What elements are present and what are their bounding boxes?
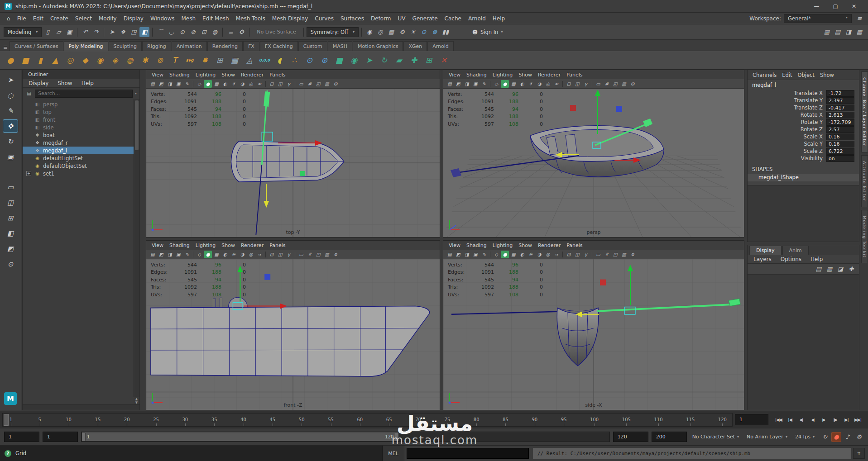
menu-item[interactable]: Select	[72, 14, 95, 23]
timeline-tick[interactable]: 35	[211, 417, 217, 422]
light-editor-icon[interactable]: ☀	[408, 27, 418, 37]
camera-attributes-icon[interactable]: ◨	[166, 80, 174, 88]
sign-in-button[interactable]: ☻ Sign In ▾	[472, 29, 503, 35]
default-material-icon[interactable]: ◐	[221, 251, 229, 258]
outliner-item-defaultlightset[interactable]: ◉ defaultLightSet	[23, 154, 139, 162]
separator[interactable]	[490, 252, 490, 257]
remesh-icon[interactable]: ▦	[228, 53, 241, 67]
snap-to-point-icon[interactable]: ⊙	[177, 27, 187, 37]
grease-pencil-icon[interactable]: ✎	[183, 251, 191, 258]
timeline-tick[interactable]: 40	[240, 417, 246, 422]
lock-camera-icon[interactable]: ◩	[157, 251, 165, 258]
add-layer-icon[interactable]: ✚	[846, 264, 856, 274]
gate-mask-icon[interactable]: ◰	[611, 251, 619, 258]
sidebar-tab-attribute-editor[interactable]: Attribute Editor	[861, 155, 868, 207]
playback-end-field[interactable]: 120	[613, 432, 648, 442]
menu-item[interactable]: Show	[219, 242, 238, 249]
viewport-settings-icon[interactable]: ⚙	[331, 251, 340, 258]
single-pane-layout-button[interactable]: ▭	[3, 181, 18, 194]
timeline-tick[interactable]: 45	[269, 417, 275, 422]
filter-icon[interactable]: ▤	[25, 90, 33, 97]
animation-end-field[interactable]: 200	[652, 432, 687, 442]
textured-icon[interactable]: ▦	[212, 80, 221, 88]
menu-item[interactable]: Object	[796, 71, 817, 79]
shelf-tab-fx-caching[interactable]: FX Caching	[260, 41, 298, 51]
timeline-tick[interactable]: 10	[66, 417, 72, 422]
channel-label[interactable]: Scale Z	[748, 148, 826, 154]
pause-viewport-icon[interactable]: ▮▮	[441, 27, 451, 37]
step-back-frame-button[interactable]: |◀	[785, 414, 795, 425]
menu-item[interactable]: Mesh Tools	[233, 14, 269, 23]
channel-label[interactable]: Translate X	[748, 90, 826, 96]
shelf-tab-poly-modeling[interactable]: Poly Modeling	[64, 41, 108, 51]
menu-item[interactable]: Renderer	[535, 242, 563, 249]
viewport-side[interactable]: ViewShadingLightingShowRendererPanels ▤◩…	[443, 240, 744, 410]
menu-item[interactable]: Renderer	[535, 71, 563, 79]
playback-range-bar[interactable]: 1 120	[82, 432, 398, 441]
four-pane-layout-button[interactable]: ⊞	[3, 211, 18, 224]
channel-label[interactable]: Rotate X	[748, 112, 826, 118]
bookmarks-icon[interactable]: ▣	[471, 251, 480, 258]
menu-item[interactable]: Shading	[464, 242, 489, 249]
timeline-tick[interactable]: 15	[95, 417, 101, 422]
film-gate-icon[interactable]: ▭	[297, 80, 305, 88]
home-icon[interactable]: ⌂	[4, 14, 14, 23]
shadows-icon[interactable]: ◑	[238, 251, 246, 258]
separator[interactable]	[592, 252, 592, 257]
poly-cube-icon[interactable]: ■	[19, 53, 32, 67]
select-component-mode-icon[interactable]: ◧	[139, 27, 149, 37]
render-sequence-icon[interactable]: ▦	[386, 27, 396, 37]
poly-pipe-icon[interactable]: ◍	[123, 53, 137, 67]
slide-edge-icon[interactable]: ➤	[362, 53, 376, 67]
new-empty-layer-icon[interactable]: ▤	[814, 264, 824, 274]
shelf-tab-xgen[interactable]: XGen	[403, 41, 427, 51]
gamma-icon[interactable]: γ	[285, 251, 293, 258]
sculpt-effects-icon[interactable]: ⊛	[317, 53, 331, 67]
outliner-item-front[interactable]: ◧ front	[23, 116, 139, 124]
animation-preferences-icon[interactable]: ⚙	[854, 432, 864, 442]
menu-item[interactable]: Cache	[441, 14, 465, 23]
channel-value-field[interactable]: 0.16	[826, 133, 854, 140]
select-camera-icon[interactable]: ▤	[149, 80, 157, 88]
channel-value-field[interactable]: 0.16	[826, 141, 854, 147]
wireframe-icon[interactable]: ◇	[195, 80, 203, 88]
timeline-tick[interactable]: 120	[718, 417, 727, 422]
step-forward-frame-button[interactable]: ▶|	[841, 414, 852, 425]
channel-label[interactable]: Visibility	[748, 155, 826, 162]
separator[interactable]	[193, 81, 193, 87]
menu-item[interactable]: Show	[219, 71, 238, 79]
triangulate-icon[interactable]: ◬	[243, 53, 256, 67]
hud-toggle-icon[interactable]: ▥	[323, 251, 331, 258]
play-backwards-button[interactable]: ◀	[807, 414, 818, 425]
toggle-attribute-editor-icon[interactable]: ▤	[833, 27, 843, 37]
shape-node-name[interactable]: megdaf_lShape	[748, 174, 859, 181]
two-pane-layout-button[interactable]: ◫	[3, 196, 18, 209]
smooth-shade-icon[interactable]: ●	[204, 251, 212, 258]
render-frame-icon[interactable]: ◉	[364, 27, 374, 37]
ambient-occlusion-icon[interactable]: ◎	[544, 80, 552, 88]
menu-item[interactable]: Shading	[464, 71, 489, 79]
viewport-settings-icon[interactable]: ⚙	[331, 80, 340, 88]
make-live-icon[interactable]: ◍	[210, 27, 220, 37]
paint-select-tool[interactable]: ✎	[3, 104, 18, 117]
menu-item[interactable]: Arnold	[465, 14, 489, 23]
hypershade-icon[interactable]: ⊙	[419, 27, 429, 37]
gamma-icon[interactable]: γ	[285, 80, 293, 88]
poly-cone-icon[interactable]: ▲	[48, 53, 62, 67]
delete-edge-icon[interactable]: ✕	[437, 53, 451, 67]
channel-value-field[interactable]: 2.57	[826, 126, 854, 133]
lock-camera-icon[interactable]: ◩	[454, 251, 462, 258]
menu-item[interactable]: Renderer	[238, 242, 266, 249]
menu-item[interactable]: View	[446, 71, 463, 79]
hud-toggle-icon[interactable]: ▥	[620, 251, 628, 258]
isolate-select-icon[interactable]: ⊡	[565, 80, 573, 88]
scrollbar-thumb[interactable]	[135, 100, 139, 150]
default-material-icon[interactable]: ◐	[221, 80, 229, 88]
smooth-shade-icon[interactable]: ●	[204, 80, 212, 88]
menu-item[interactable]: Channels	[750, 71, 779, 79]
wireframe-icon[interactable]: ◇	[492, 251, 500, 258]
menu-item[interactable]: Show	[516, 242, 535, 249]
viewport-canvas-side[interactable]: Verts: 544 96 0 Edges: 1091 188 0 Faces:…	[443, 259, 744, 410]
smooth-shade-icon[interactable]: ●	[501, 80, 509, 88]
scrollbar-arrows[interactable]: ▲▼	[134, 397, 139, 404]
